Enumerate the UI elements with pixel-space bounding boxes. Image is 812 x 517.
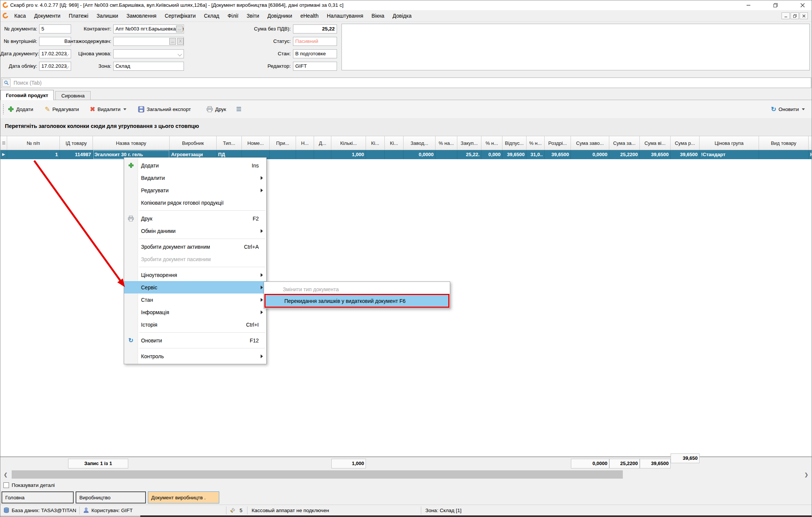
minimize-button[interactable]: [740, 0, 757, 10]
table-header-cell[interactable]: Д...: [314, 136, 331, 150]
table-header-cell[interactable]: Завод...: [404, 136, 436, 150]
context-menu-item[interactable]: Копіювати рядок готової продукції: [124, 196, 266, 209]
table-header-cell[interactable]: ІД товару: [60, 136, 93, 150]
table-cell[interactable]: 39,6500: [545, 150, 571, 159]
refresh-button[interactable]: ↻ Оновити: [769, 103, 807, 115]
table-cell[interactable]: [385, 150, 404, 159]
context-menu-item[interactable]: ↻ОновитиF12: [124, 334, 266, 347]
horizontal-scrollbar[interactable]: ❮ ❯: [0, 469, 812, 480]
context-menu-item[interactable]: Зробити документ активнимCtrl+A: [124, 240, 266, 253]
row-indicator-header[interactable]: [0, 136, 7, 150]
notes-panel[interactable]: [341, 24, 810, 70]
table-cell[interactable]: !Стандарт: [700, 150, 759, 159]
mdi-restore-button[interactable]: [791, 12, 799, 19]
table-header-cell[interactable]: % н...: [527, 136, 545, 150]
zone-field[interactable]: Склад: [113, 62, 184, 71]
menubar-item-платежі[interactable]: Платежі: [65, 10, 93, 21]
context-menu-item[interactable]: Видалити: [124, 172, 266, 184]
table-cell[interactable]: [436, 150, 457, 159]
table-cell[interactable]: [296, 150, 314, 159]
table-header-cell[interactable]: Сума за...: [609, 136, 640, 150]
menubar-item-звіти[interactable]: Звіти: [243, 10, 263, 21]
table-header-cell[interactable]: % н...: [481, 136, 502, 150]
context-menu-item[interactable]: Контроль: [124, 350, 266, 362]
table-header-cell[interactable]: Номе...: [242, 136, 270, 150]
mdi-close-button[interactable]: [800, 12, 808, 19]
menubar-item-вікна[interactable]: Вікна: [367, 10, 389, 21]
table-header-cell[interactable]: Роздрі...: [545, 136, 571, 150]
table-header-cell[interactable]: Кі...: [385, 136, 404, 150]
menubar-item-довідка[interactable]: Довідка: [389, 10, 416, 21]
context-menu-item[interactable]: ІсторіяCtrl+I: [124, 318, 266, 331]
table-cell[interactable]: 25,22.: [457, 150, 481, 159]
table-cell[interactable]: 1: [7, 150, 60, 159]
maximize-button[interactable]: [767, 0, 784, 10]
menubar-item-каса[interactable]: Каса: [10, 10, 30, 21]
menubar-item-склад[interactable]: Склад: [200, 10, 223, 21]
tab-finished-product[interactable]: Готовий продукт: [0, 90, 54, 100]
context-menu-item[interactable]: ДрукF2: [124, 212, 266, 225]
consignee-browse-button[interactable]: ...: [169, 38, 176, 45]
table-header-cell[interactable]: Вид товару: [759, 136, 809, 150]
table-cell[interactable]: 0,0000: [404, 150, 436, 159]
menubar-item-філії[interactable]: Філії: [223, 10, 243, 21]
bottom-tab-main[interactable]: Головна: [2, 491, 74, 503]
table-cell[interactable]: [366, 150, 385, 159]
menubar-item-ehealth[interactable]: eHealth: [296, 10, 323, 21]
table-cell[interactable]: 39,6500: [640, 150, 671, 159]
table-header-cell[interactable]: Виробник: [170, 136, 217, 150]
contractor-browse-button[interactable]: ...: [176, 26, 183, 32]
row-indicator-cell[interactable]: ▶: [0, 150, 7, 159]
bottom-tab-production[interactable]: Виробництво: [76, 491, 146, 503]
table-header-cell[interactable]: Тип...: [217, 136, 242, 150]
edit-button[interactable]: ✎ Редагувати: [42, 103, 81, 115]
context-menu-item[interactable]: Редагувати: [124, 184, 266, 196]
table-header-cell[interactable]: Кількі...: [331, 136, 366, 150]
table-header-cell[interactable]: Сума заво...: [571, 136, 609, 150]
search-input[interactable]: Поиск (Tab): [1, 78, 811, 88]
table-header-cell[interactable]: № п/п: [7, 136, 60, 150]
contractor-field[interactable]: Апт №003 пгт.Барышевка, ул.Киев: [113, 24, 184, 33]
table-header-cell[interactable]: Кі...: [366, 136, 385, 150]
menubar-item-налаштування[interactable]: Налаштування: [323, 10, 367, 21]
price-condition-select[interactable]: [113, 49, 184, 58]
table-cell[interactable]: 39,6500: [502, 150, 527, 159]
table-header-cell[interactable]: Сума ві...: [640, 136, 671, 150]
table-cell[interactable]: [270, 150, 296, 159]
print-button[interactable]: Друк: [204, 103, 228, 115]
scroll-left-arrow[interactable]: ❮: [0, 470, 11, 479]
add-button[interactable]: Додати: [6, 103, 35, 115]
context-menu-item[interactable]: Стан: [124, 293, 266, 306]
export-button[interactable]: Загальний експорт: [136, 103, 193, 115]
table-header-cell[interactable]: % на...: [436, 136, 457, 150]
table-cell[interactable]: 31,0..: [527, 150, 545, 159]
table-header-cell[interactable]: Закуп...: [457, 136, 481, 150]
table-cell[interactable]: 25,2200: [609, 150, 640, 159]
table-header-cell[interactable]: Сума р...: [671, 136, 700, 150]
context-menu-item[interactable]: Ціноутворення: [124, 269, 266, 281]
scrollbar-thumb[interactable]: [12, 470, 623, 479]
table-cell[interactable]: 1,000: [331, 150, 366, 159]
table-header-cell[interactable]: Відпус...: [502, 136, 527, 150]
tab-raw-material[interactable]: Сировина: [55, 91, 91, 100]
table-cell[interactable]: 114987: [60, 150, 93, 159]
table-header-cell[interactable]: Цінова група: [700, 136, 759, 150]
context-menu-item[interactable]: Обмін даними: [124, 225, 266, 237]
bottom-tab-production-document[interactable]: Документ виробництв .: [148, 491, 219, 503]
table-header-cell[interactable]: Назва товару: [93, 136, 170, 150]
scroll-right-arrow[interactable]: ❯: [801, 470, 812, 479]
column-list-button[interactable]: [234, 103, 244, 115]
chevron-down-icon[interactable]: [178, 52, 182, 56]
context-menu-item[interactable]: Сервіс: [124, 281, 266, 293]
consignee-clear-button[interactable]: X: [177, 38, 184, 45]
table-cell[interactable]: К: [809, 150, 812, 159]
close-button[interactable]: [794, 0, 811, 10]
table-header-cell[interactable]: При...: [270, 136, 296, 150]
toolbar-grip-handle[interactable]: [3, 104, 4, 114]
context-menu-item[interactable]: Інформація: [124, 306, 266, 318]
delete-button[interactable]: ✖ Видалити: [88, 103, 129, 115]
table-header-cell[interactable]: Н...: [296, 136, 314, 150]
mdi-minimize-button[interactable]: [782, 12, 790, 19]
menubar-item-замовлення[interactable]: Замовлення: [122, 10, 161, 21]
table-header-cell[interactable]: Т...: [809, 136, 812, 150]
